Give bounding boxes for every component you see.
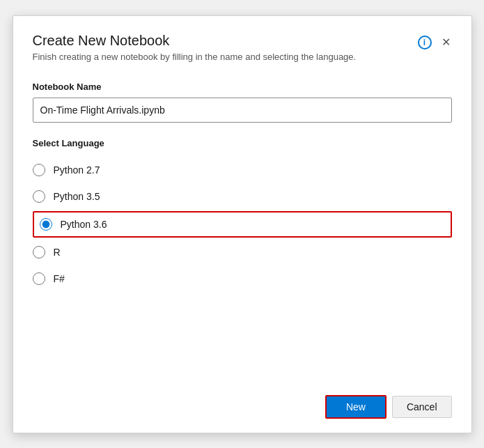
language-radio-group: Python 2.7 Python 3.5 Python 3.6 R F#	[33, 157, 452, 292]
radio-label-python36: Python 3.6	[61, 219, 107, 230]
notebook-name-input[interactable]	[33, 98, 452, 123]
close-icon: ✕	[442, 37, 451, 48]
dialog-subtitle: Finish creating a new notebook by fillin…	[33, 52, 416, 62]
dialog-title: Create New Notebook	[33, 33, 416, 49]
radio-item-r[interactable]: R	[33, 239, 452, 265]
cancel-button[interactable]: Cancel	[392, 396, 452, 418]
radio-fsharp[interactable]	[33, 272, 45, 285]
radio-label-python27: Python 2.7	[54, 164, 100, 176]
radio-python36[interactable]	[40, 218, 52, 231]
radio-r[interactable]	[33, 246, 45, 258]
new-button[interactable]: New	[325, 395, 387, 419]
dialog-footer: New Cancel	[33, 384, 452, 419]
dialog-title-area: Create New Notebook Finish creating a ne…	[33, 33, 416, 62]
form-section: Notebook Name Select Language Python 2.7…	[33, 82, 452, 364]
radio-label-r: R	[54, 247, 61, 258]
radio-item-python27[interactable]: Python 2.7	[33, 157, 452, 183]
radio-item-fsharp[interactable]: F#	[33, 265, 452, 292]
radio-python35[interactable]	[33, 190, 45, 203]
info-button[interactable]: i	[416, 34, 433, 51]
radio-item-python36[interactable]: Python 3.6	[33, 211, 452, 238]
create-notebook-dialog: Create New Notebook Finish creating a ne…	[13, 15, 472, 433]
dialog-header: Create New Notebook Finish creating a ne…	[33, 33, 452, 62]
radio-item-python35[interactable]: Python 3.5	[33, 183, 452, 210]
close-button[interactable]: ✕	[440, 36, 452, 49]
radio-python27[interactable]	[33, 164, 45, 176]
dialog-icons: i ✕	[416, 34, 452, 51]
radio-label-python35: Python 3.5	[54, 191, 100, 202]
radio-label-fsharp: F#	[54, 273, 65, 284]
notebook-name-label: Notebook Name	[33, 82, 452, 92]
language-label: Select Language	[33, 138, 452, 148]
info-icon: i	[418, 36, 432, 49]
